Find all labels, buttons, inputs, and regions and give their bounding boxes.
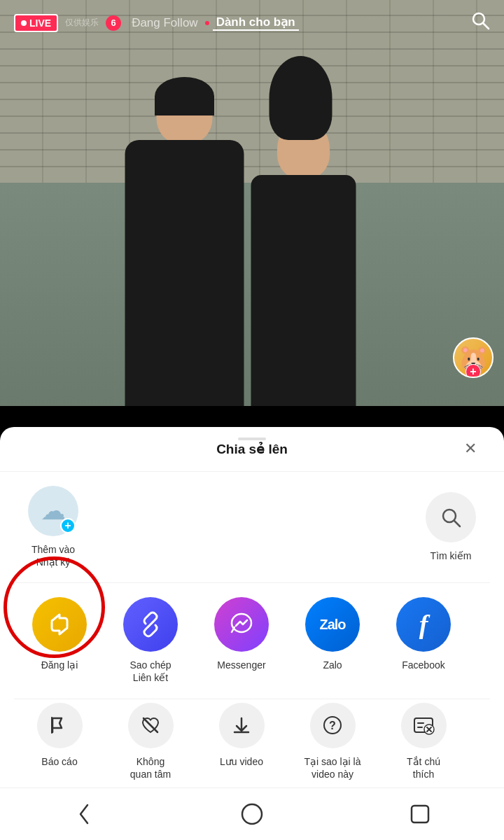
zalo-icon: Zalo [305,597,360,652]
bottom-nav [0,788,504,840]
sheet-title: Chia sẻ lên [216,441,288,457]
notification-count[interactable]: 6 [106,15,121,31]
facebook-icon: f [396,597,451,652]
recents-button[interactable] [399,800,441,828]
report-icon [37,703,83,748]
male-hair [155,77,214,115]
follow-plus-button[interactable]: + [465,364,481,378]
report-label: Báo cáo [41,755,77,768]
why-this-label: Tại sao lại làvideo này [304,755,360,780]
svg-text:?: ? [329,720,336,732]
action-item-not-interested[interactable]: Khôngquan tâm [105,703,196,780]
turn-off-captions-label: Tắt chúthích [407,755,440,780]
male-body [125,140,244,406]
save-video-label: Lưu video [220,755,263,768]
copy-link-label: Sao chépLiên kết [130,659,171,684]
live-indicator-dot [205,21,209,25]
notification-badge[interactable]: 6 [106,15,121,31]
share-apps-row: Đăng lại Sao chépLiên kết [0,583,504,698]
search-label: Tìm kiếm [430,550,472,562]
share-top-row: ☁ + Thêm vàoNhật ký Tìm kiếm [0,472,504,582]
copy-link-icon [123,597,178,652]
repost-label: Đăng lại [41,659,78,671]
app-item-repost[interactable]: Đăng lại [14,597,105,671]
action-item-why-this[interactable]: ? Tại sao lại làvideo này [287,703,378,780]
add-diary-label: Thêm vàoNhật ký [31,543,75,568]
person-female [251,175,356,406]
tab-foryou[interactable]: Dành cho bạn [213,15,299,31]
top-nav: LIVE 仅供娱乐 6 Đang Follow Dành cho bạn [0,0,504,46]
not-interested-icon [128,703,174,748]
share-sheet: Chia sẻ lên ✕ ☁ + Thêm vàoNhật ký Tìm ki… [0,427,504,840]
facebook-label: Facebook [402,659,444,671]
female-head [277,119,330,178]
app-item-messenger[interactable]: Messenger [196,597,287,671]
live-dot-icon [21,20,27,26]
app-item-zalo[interactable]: Zalo Zalo [287,597,378,671]
person-male [125,140,244,406]
zalo-text: Zalo [319,617,345,633]
app-item-copy-link[interactable]: Sao chépLiên kết [105,597,196,684]
why-this-icon: ? [310,703,356,748]
back-button[interactable] [63,800,105,828]
action-item-turn-off-captions[interactable]: Tắt chúthích [378,703,469,780]
sheet-header: Chia sẻ lên ✕ [0,427,504,472]
share-item-add-diary[interactable]: ☁ + Thêm vàoNhật ký [28,486,78,568]
svg-line-1 [483,23,489,29]
search-icon[interactable] [470,10,490,35]
search-share-icon [426,492,476,542]
svg-line-3 [454,521,460,526]
messenger-label: Messenger [217,659,265,671]
live-badge: LIVE [14,14,58,32]
video-area: LIVE 仅供娱乐 6 Đang Follow Dành cho bạn 🐹 + [0,0,504,406]
people-silhouettes [125,140,356,406]
svg-point-16 [242,804,262,824]
watermark-text: 仅供娱乐 [65,17,99,29]
app-item-facebook[interactable]: f Facebook [378,597,469,671]
save-video-icon [219,703,265,748]
female-hair [269,56,332,140]
svg-rect-6 [51,717,52,734]
svg-line-4 [148,622,153,626]
male-head [157,80,213,144]
home-button[interactable] [231,800,273,828]
turn-off-captions-icon [401,703,447,748]
bottom-actions-row: Báo cáo Khôngquan tâm Lưu video [0,699,504,784]
svg-rect-17 [412,806,428,822]
repost-icon [32,597,87,652]
action-item-save-video[interactable]: Lưu video [196,703,287,768]
sheet-close-button[interactable]: ✕ [458,436,483,461]
not-interested-label: Khôngquan tâm [130,755,171,780]
add-diary-icon: ☁ + [28,486,78,536]
zalo-label: Zalo [323,659,342,671]
avatar[interactable]: 🐹 + [453,337,493,378]
female-body [251,175,356,406]
messenger-icon [214,597,269,652]
share-item-search[interactable]: Tìm kiếm [426,492,476,562]
live-label: LIVE [29,18,51,29]
diary-plus-badge: + [60,518,76,533]
tab-following[interactable]: Đang Follow [128,16,202,30]
nav-tabs: Đang Follow Dành cho bạn [128,15,463,31]
action-item-report[interactable]: Báo cáo [14,703,105,768]
right-actions: 🐹 + [453,337,493,378]
